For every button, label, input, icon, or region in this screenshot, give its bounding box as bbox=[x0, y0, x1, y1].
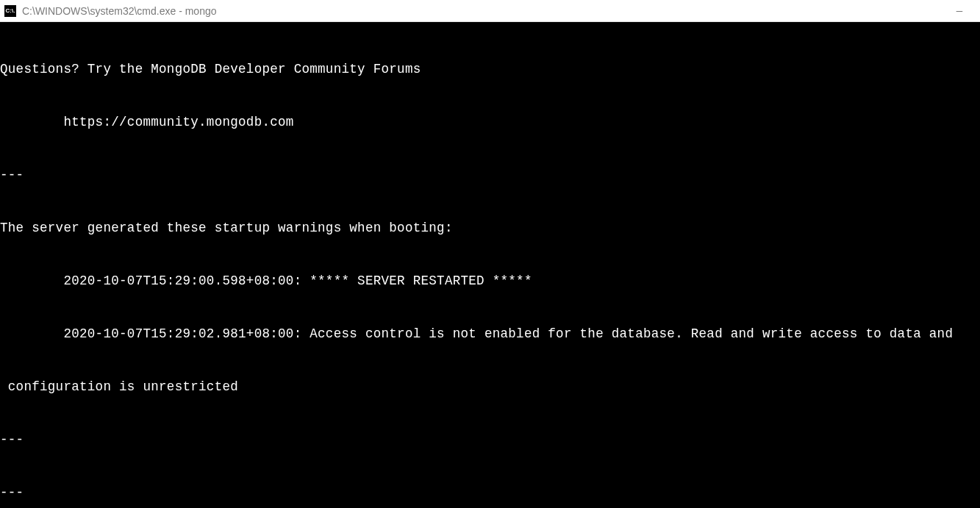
window-title: C:\WINDOWS\system32\cmd.exe - mongo bbox=[22, 5, 952, 17]
cmd-icon: C:\. bbox=[4, 5, 16, 17]
terminal-line: --- bbox=[0, 431, 980, 448]
terminal-line: The server generated these startup warni… bbox=[0, 219, 980, 237]
terminal-line: 2020-10-07T15:29:02.981+08:00: Access co… bbox=[0, 325, 980, 343]
terminal-line: --- bbox=[0, 484, 980, 501]
terminal-line: configuration is unrestricted bbox=[0, 378, 980, 396]
terminal-line: Questions? Try the MongoDB Developer Com… bbox=[0, 60, 980, 78]
minimize-button[interactable]: — bbox=[952, 5, 967, 17]
terminal-line: --- bbox=[0, 166, 980, 184]
terminal-line: https://community.mongodb.com bbox=[0, 113, 980, 131]
window-titlebar: C:\. C:\WINDOWS\system32\cmd.exe - mongo… bbox=[0, 0, 980, 22]
window-controls: — bbox=[952, 5, 976, 17]
terminal-output[interactable]: Questions? Try the MongoDB Developer Com… bbox=[0, 22, 980, 508]
terminal-line: 2020-10-07T15:29:00.598+08:00: ***** SER… bbox=[0, 272, 980, 290]
